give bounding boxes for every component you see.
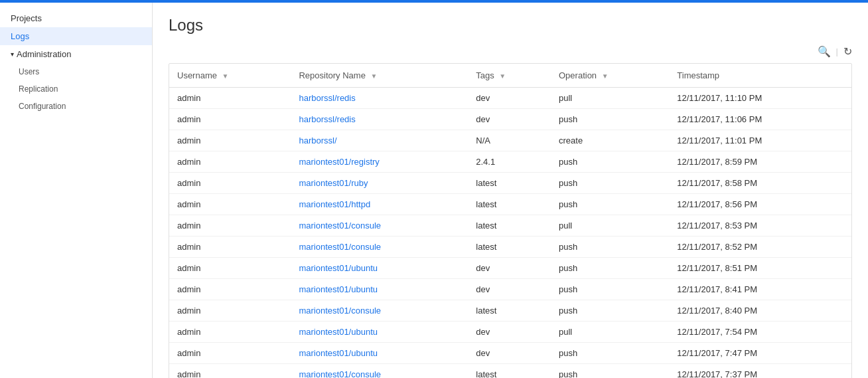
table-row: adminharborssl/redisdevpull12/11/2017, 1…: [169, 88, 851, 109]
cell-username: admin: [169, 279, 291, 300]
cell-username: admin: [169, 300, 291, 322]
col-operation[interactable]: Operation ▼: [551, 64, 669, 88]
cell-repository-name[interactable]: mariontest01/consule: [291, 236, 468, 258]
cell-operation: pull: [551, 88, 669, 109]
table-row: adminmariontest01/ubuntudevpull12/11/201…: [169, 322, 851, 343]
cell-username: admin: [169, 109, 291, 130]
cell-username: admin: [169, 215, 291, 236]
toolbar: 🔍 | ↻: [169, 45, 852, 58]
col-tags[interactable]: Tags ▼: [468, 64, 551, 88]
table-row: adminmariontest01/consulelatestpull12/11…: [169, 215, 851, 236]
cell-operation: push: [551, 109, 669, 130]
cell-tags: latest: [468, 236, 551, 258]
cell-timestamp: 12/11/2017, 8:52 PM: [669, 236, 851, 258]
cell-operation: push: [551, 279, 669, 300]
chevron-down-icon: ▾: [11, 50, 14, 58]
table-row: adminharborssl/redisdevpush12/11/2017, 1…: [169, 109, 851, 130]
cell-repository-name[interactable]: mariontest01/ubuntu: [291, 279, 468, 300]
cell-username: admin: [169, 322, 291, 343]
cell-timestamp: 12/11/2017, 11:06 PM: [669, 109, 851, 130]
table-row: adminharborssl/N/Acreate12/11/2017, 11:0…: [169, 130, 851, 151]
cell-timestamp: 12/11/2017, 11:01 PM: [669, 130, 851, 151]
cell-timestamp: 12/11/2017, 8:40 PM: [669, 300, 851, 322]
sort-arrow-repo: ▼: [371, 72, 378, 80]
cell-operation: push: [551, 194, 669, 215]
cell-timestamp: 12/11/2017, 7:37 PM: [669, 364, 851, 379]
cell-repository-name[interactable]: mariontest01/ubuntu: [291, 343, 468, 364]
page-title: Logs: [169, 16, 852, 35]
main-content: Logs 🔍 | ↻ Username ▼ Repository Name ▼ …: [153, 3, 868, 378]
cell-username: admin: [169, 173, 291, 194]
col-repository-name[interactable]: Repository Name ▼: [291, 64, 468, 88]
cell-tags: latest: [468, 364, 551, 379]
table-row: adminmariontest01/ubuntudevpush12/11/201…: [169, 258, 851, 279]
cell-operation: push: [551, 258, 669, 279]
table-row: adminmariontest01/registry2.4.1push12/11…: [169, 151, 851, 173]
cell-username: admin: [169, 236, 291, 258]
cell-operation: push: [551, 343, 669, 364]
cell-username: admin: [169, 258, 291, 279]
sidebar: Projects Logs ▾ Administration Users Rep…: [0, 3, 153, 378]
cell-repository-name[interactable]: mariontest01/registry: [291, 151, 468, 173]
sidebar-item-configuration[interactable]: Configuration: [0, 98, 152, 115]
cell-repository-name[interactable]: mariontest01/consule: [291, 300, 468, 322]
sidebar-administration-label: Administration: [17, 49, 71, 59]
cell-operation: push: [551, 300, 669, 322]
cell-repository-name[interactable]: mariontest01/ubuntu: [291, 322, 468, 343]
cell-repository-name[interactable]: mariontest01/ubuntu: [291, 258, 468, 279]
cell-tags: latest: [468, 194, 551, 215]
sidebar-item-logs[interactable]: Logs: [0, 27, 152, 45]
table-body: adminharborssl/redisdevpull12/11/2017, 1…: [169, 88, 851, 379]
cell-timestamp: 12/11/2017, 8:59 PM: [669, 151, 851, 173]
sidebar-administration-group: ▾ Administration: [0, 45, 152, 63]
col-username[interactable]: Username ▼: [169, 64, 291, 88]
divider: |: [836, 47, 838, 56]
cell-operation: push: [551, 364, 669, 379]
cell-timestamp: 12/11/2017, 7:47 PM: [669, 343, 851, 364]
cell-operation: push: [551, 173, 669, 194]
sort-arrow-operation: ▼: [602, 72, 609, 80]
cell-repository-name[interactable]: harborssl/: [291, 130, 468, 151]
cell-repository-name[interactable]: mariontest01/ruby: [291, 173, 468, 194]
cell-timestamp: 12/11/2017, 8:53 PM: [669, 215, 851, 236]
cell-tags: latest: [468, 173, 551, 194]
cell-tags: dev: [468, 88, 551, 109]
cell-timestamp: 12/11/2017, 8:41 PM: [669, 279, 851, 300]
cell-repository-name[interactable]: mariontest01/httpd: [291, 194, 468, 215]
cell-repository-name[interactable]: harborssl/redis: [291, 88, 468, 109]
cell-repository-name[interactable]: mariontest01/consule: [291, 364, 468, 379]
table-row: adminmariontest01/httpdlatestpush12/11/2…: [169, 194, 851, 215]
cell-timestamp: 12/11/2017, 8:51 PM: [669, 258, 851, 279]
cell-tags: dev: [468, 279, 551, 300]
cell-operation: pull: [551, 322, 669, 343]
logs-table: Username ▼ Repository Name ▼ Tags ▼ Oper…: [169, 64, 851, 378]
sidebar-item-users[interactable]: Users: [0, 63, 152, 80]
cell-repository-name[interactable]: harborssl/redis: [291, 109, 468, 130]
table-row: adminmariontest01/consulelatestpush12/11…: [169, 364, 851, 379]
cell-operation: push: [551, 236, 669, 258]
search-icon[interactable]: 🔍: [818, 45, 831, 58]
table-row: adminmariontest01/ubuntudevpush12/11/201…: [169, 279, 851, 300]
cell-tags: N/A: [468, 130, 551, 151]
cell-repository-name[interactable]: mariontest01/consule: [291, 215, 468, 236]
cell-timestamp: 12/11/2017, 7:54 PM: [669, 322, 851, 343]
col-timestamp[interactable]: Timestamp: [669, 64, 851, 88]
cell-tags: dev: [468, 109, 551, 130]
cell-operation: create: [551, 130, 669, 151]
refresh-icon[interactable]: ↻: [843, 45, 852, 58]
cell-username: admin: [169, 194, 291, 215]
sidebar-item-projects[interactable]: Projects: [0, 9, 152, 27]
cell-operation: push: [551, 151, 669, 173]
cell-timestamp: 12/11/2017, 8:56 PM: [669, 194, 851, 215]
table-row: adminmariontest01/consulelatestpush12/11…: [169, 236, 851, 258]
cell-tags: dev: [468, 322, 551, 343]
cell-operation: pull: [551, 215, 669, 236]
cell-username: admin: [169, 130, 291, 151]
sidebar-item-replication[interactable]: Replication: [0, 80, 152, 98]
cell-username: admin: [169, 364, 291, 379]
table-row: adminmariontest01/consulelatestpush12/11…: [169, 300, 851, 322]
cell-username: admin: [169, 88, 291, 109]
cell-tags: dev: [468, 343, 551, 364]
table-row: adminmariontest01/rubylatestpush12/11/20…: [169, 173, 851, 194]
cell-tags: latest: [468, 215, 551, 236]
